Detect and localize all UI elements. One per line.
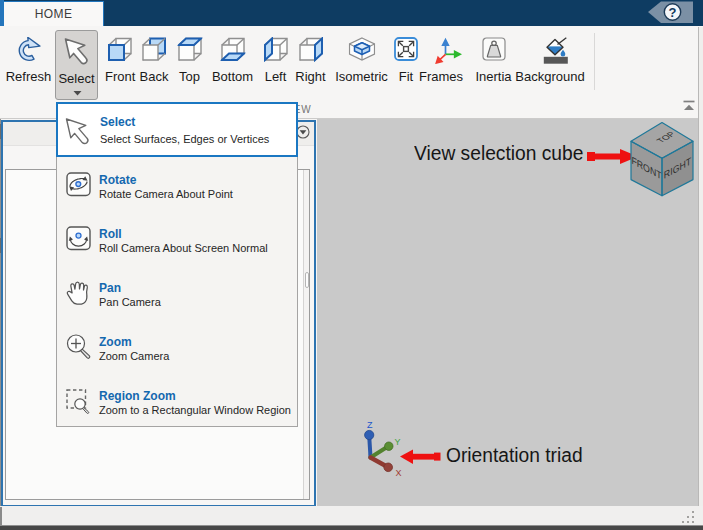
svg-text:Y: Y xyxy=(395,437,401,447)
svg-text:Z: Z xyxy=(367,420,373,430)
svg-text:X: X xyxy=(396,468,402,478)
svg-text:?: ? xyxy=(669,5,677,20)
